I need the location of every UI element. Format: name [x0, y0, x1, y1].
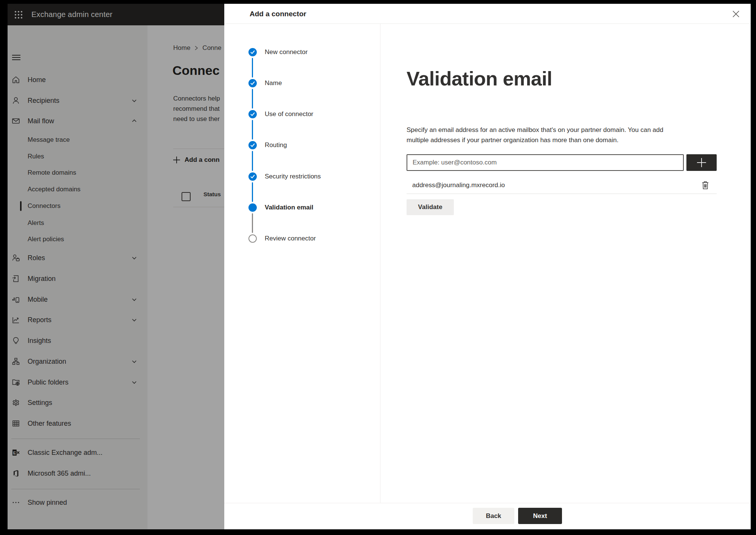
plus-icon [696, 157, 707, 168]
step-routing[interactable]: Routing [224, 137, 376, 154]
address-value: address@journaling.mxrecord.io [412, 177, 505, 194]
validation-email-description: Specify an email address for an active m… [407, 125, 663, 145]
address-row-divider [407, 194, 717, 194]
step-current-icon [248, 203, 257, 212]
close-icon [732, 10, 740, 18]
back-button[interactable]: Back [473, 508, 514, 524]
panel-header: Add a connector [224, 4, 751, 24]
step-done-icon [248, 110, 257, 118]
description-line: Specify an email address for an active m… [407, 125, 663, 135]
step-pending-icon [248, 234, 257, 243]
step-label: Review connector [265, 230, 316, 247]
next-button[interactable]: Next [518, 508, 562, 524]
step-validation-email[interactable]: Validation email [224, 199, 376, 216]
step-label: Validation email [265, 199, 314, 216]
step-label: New connector [265, 44, 307, 60]
step-done-icon [248, 79, 257, 87]
step-done-icon [248, 48, 257, 56]
address-list-item: address@journaling.mxrecord.io [407, 177, 717, 194]
step-use-of-connector[interactable]: Use of connector [224, 106, 376, 123]
step-done-icon [248, 141, 257, 149]
trash-icon [701, 181, 709, 190]
close-panel-button[interactable] [731, 9, 741, 19]
step-new-connector[interactable]: New connector [224, 44, 376, 60]
step-review-connector[interactable]: Review connector [224, 230, 376, 247]
add-address-button[interactable] [686, 154, 717, 171]
email-address-input[interactable] [407, 154, 684, 171]
step-security-restrictions[interactable]: Security restrictions [224, 168, 376, 185]
screenshot-frame: Exchange admin center Home Recipients [0, 0, 756, 535]
description-line: multiple addresses if your partner organ… [407, 135, 663, 145]
step-label: Name [265, 75, 282, 91]
step-name[interactable]: Name [224, 75, 376, 91]
panel-title: Add a connector [250, 4, 306, 24]
step-label: Security restrictions [265, 168, 321, 185]
validate-button[interactable]: Validate [407, 199, 454, 215]
panel-footer-divider [224, 503, 751, 503]
step-done-icon [248, 172, 257, 181]
delete-address-button[interactable] [699, 178, 712, 192]
stepper-content-divider [380, 24, 380, 503]
step-label: Routing [265, 137, 287, 154]
add-connector-panel: Add a connector New connector Name Use o… [224, 4, 751, 529]
validation-email-heading: Validation email [407, 67, 552, 90]
step-label: Use of connector [265, 106, 314, 123]
